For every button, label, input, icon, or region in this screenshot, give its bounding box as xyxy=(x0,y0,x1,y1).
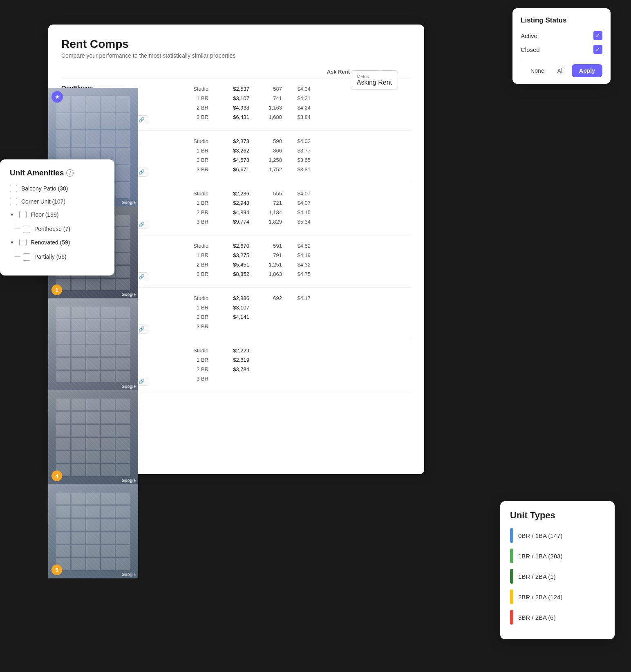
unit-rent: $5,451 xyxy=(208,262,249,268)
closed-label: Closed xyxy=(521,46,540,53)
partially-tree-row: Partially (56) xyxy=(14,252,105,261)
renovated-collapse-arrow[interactable]: ▼ xyxy=(10,240,14,245)
property-image-4: 4 Google xyxy=(48,390,138,484)
renovated-checkbox[interactable] xyxy=(19,239,27,246)
closed-row: Closed ✓ xyxy=(521,45,602,54)
unit-psf xyxy=(282,376,311,382)
featured-star-badge: ★ xyxy=(51,91,63,103)
unit-psf: $4.52 xyxy=(282,243,311,249)
none-button[interactable]: None xyxy=(526,64,549,77)
unit-rent: $2,948 xyxy=(208,200,249,206)
unit-row-6-0: Studio $2,229 xyxy=(176,346,411,355)
unit-sf: 692 xyxy=(249,295,282,301)
active-row: Active ✓ xyxy=(521,31,602,40)
unit-type: 3 BR xyxy=(176,271,208,277)
unit-row-1-3: 3 BR $6,431 1,680 $3.84 xyxy=(176,112,411,122)
popup-divider xyxy=(521,59,602,59)
unit-psf xyxy=(282,314,311,320)
unit-row-1-1: 1 BR $3,107 741 $4.21 xyxy=(176,94,411,103)
unit-type-color-1 xyxy=(510,549,513,563)
unit-sf: 1,752 xyxy=(249,166,282,172)
unit-psf: $4.19 xyxy=(282,252,311,258)
unit-row-6-2: 2 BR $3,784 xyxy=(176,365,411,374)
unit-types-rows: 0BR / 1BA (147) 1BR / 1BA (283) 1BR / 2B… xyxy=(510,528,605,625)
penthouse-checkbox[interactable] xyxy=(23,226,30,233)
units-4: Studio $2,670 591 $4.52 1 BR $3,275 791 … xyxy=(176,241,411,282)
google-label-4: Google xyxy=(122,478,136,483)
units-5: Studio $2,886 692 $4.17 1 BR $3,107 2 BR… xyxy=(176,293,411,334)
corner-checkbox[interactable] xyxy=(10,198,17,205)
unit-type: Studio xyxy=(176,138,208,144)
unit-row-2-2: 2 BR $4,578 1,258 $3.65 xyxy=(176,155,411,165)
metric-selector[interactable]: Metric Asking Rent xyxy=(351,70,398,90)
listing-status-title: Listing Status xyxy=(521,16,602,25)
units-1: Studio $2,537 587 $4.34 1 BR $3,107 741 … xyxy=(176,84,411,125)
unit-row-4-1: 1 BR $3,275 791 $4.19 xyxy=(176,251,411,260)
apply-button[interactable]: Apply xyxy=(572,64,602,77)
info-icon[interactable]: i xyxy=(66,169,74,177)
closed-checkbox[interactable]: ✓ xyxy=(593,45,602,54)
popup-footer: None All Apply xyxy=(521,64,602,77)
unit-type-label-0: 0BR / 1BA (147) xyxy=(518,532,562,539)
unit-sf xyxy=(249,305,282,311)
unit-rent: $4,141 xyxy=(208,314,249,320)
amenity-corner: Corner Unit (107) xyxy=(10,198,105,205)
unit-sf: 555 xyxy=(249,190,282,197)
partially-checkbox[interactable] xyxy=(23,253,30,261)
unit-rent: $8,852 xyxy=(208,271,249,277)
col-type xyxy=(276,69,309,75)
unit-rent: $4,578 xyxy=(208,157,249,163)
unit-sf xyxy=(249,366,282,372)
unit-type-color-4 xyxy=(510,610,513,625)
unit-row-3-1: 1 BR $2,948 721 $4.07 xyxy=(176,198,411,208)
unit-type: 2 BR xyxy=(176,209,208,215)
unit-sf: 721 xyxy=(249,200,282,206)
building-windows-4 xyxy=(56,399,130,476)
unit-type: 3 BR xyxy=(176,376,208,382)
unit-type-label-2: 1BR / 2BA (1) xyxy=(518,573,556,580)
unit-rent: $2,537 xyxy=(208,86,249,92)
unit-type: 3 BR xyxy=(176,166,208,172)
unit-psf: $4.15 xyxy=(282,209,311,215)
units-3: Studio $2,236 555 $4.07 1 BR $2,948 721 … xyxy=(176,189,411,229)
floor-checkbox[interactable] xyxy=(19,211,27,218)
floor-collapse-arrow[interactable]: ▼ xyxy=(10,212,14,217)
unit-psf: $4.02 xyxy=(282,138,311,144)
unit-type-label-4: 3BR / 2BA (6) xyxy=(518,614,556,621)
unit-psf xyxy=(282,323,311,329)
penthouse-tree-row: Penthouse (7) xyxy=(14,224,105,233)
unit-types-title: Unit Types xyxy=(510,510,605,521)
unit-psf xyxy=(282,357,311,363)
unit-psf: $3.65 xyxy=(282,157,311,163)
unit-row-2-0: Studio $2,373 590 $4.02 xyxy=(176,137,411,146)
unit-type-color-0 xyxy=(510,528,513,543)
unit-sf: 1,251 xyxy=(249,262,282,268)
unit-amenities-popup: Unit Amenities i Balcony Patio (30) Corn… xyxy=(0,159,114,276)
unit-row-6-1: 1 BR $2,619 xyxy=(176,355,411,365)
page-subtitle: Compare your performance to the most sta… xyxy=(61,52,411,59)
unit-row-1-2: 2 BR $4,938 1,163 $4.24 xyxy=(176,103,411,112)
unit-sf: 591 xyxy=(249,243,282,249)
unit-rent: $6,431 xyxy=(208,114,249,120)
unit-type: 2 BR xyxy=(176,366,208,372)
unit-row-5-2: 2 BR $4,141 xyxy=(176,312,411,322)
google-label-1: Google xyxy=(122,200,136,205)
unit-row-5-0: Studio $2,886 692 $4.17 xyxy=(176,293,411,303)
unit-rent: $9,774 xyxy=(208,219,249,225)
unit-row-5-3: 3 BR xyxy=(176,322,411,331)
unit-psf: $4.21 xyxy=(282,95,311,101)
unit-type-row-4: 3BR / 2BA (6) xyxy=(510,610,605,625)
balcony-checkbox[interactable] xyxy=(10,185,17,192)
active-label: Active xyxy=(521,32,537,39)
unit-sf: 1,829 xyxy=(249,219,282,225)
unit-type: Studio xyxy=(176,86,208,92)
unit-rent: $4,894 xyxy=(208,209,249,215)
col-rent: Ask Rent xyxy=(309,69,350,75)
active-checkbox[interactable]: ✓ xyxy=(593,31,602,40)
unit-rent: $3,784 xyxy=(208,366,249,372)
unit-type: 1 BR xyxy=(176,148,208,154)
unit-psf: $4.07 xyxy=(282,190,311,197)
all-button[interactable]: All xyxy=(553,64,569,77)
unit-sf: 1,863 xyxy=(249,271,282,277)
property-image-5: 5 Google xyxy=(48,484,138,578)
